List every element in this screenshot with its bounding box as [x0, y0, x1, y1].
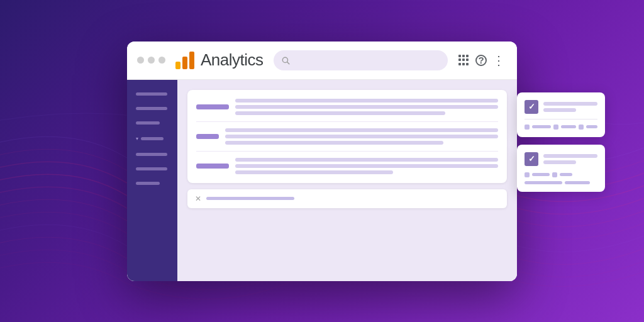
search-bar[interactable] [274, 50, 448, 70]
grid-dot [462, 55, 465, 57]
search-icon [281, 56, 290, 65]
sidebar-item-4[interactable]: ▾ [136, 136, 169, 142]
ga-bar-large [189, 52, 194, 69]
floating-dot [525, 125, 530, 130]
content-row-2 [196, 128, 498, 145]
browser-content: ▾ [127, 80, 517, 281]
ga-logo-icon [175, 52, 194, 69]
floating-card-second-row-3 [525, 181, 597, 184]
checkmark-icon-1: ✓ [525, 100, 538, 114]
grid-dot [458, 58, 461, 61]
content-line [235, 105, 498, 109]
floating-lines-1 [543, 102, 597, 112]
floating-card-1-header: ✓ [525, 100, 597, 114]
content-line [235, 99, 498, 103]
main-content: ✕ ✓ [177, 80, 517, 281]
more-options-icon[interactable]: ⋮ [493, 55, 504, 66]
content-lines-1 [235, 99, 498, 115]
sidebar-item-6[interactable] [136, 167, 169, 170]
content-line [225, 141, 443, 145]
floating-sm-line [560, 173, 572, 176]
content-card [187, 90, 507, 183]
content-line [235, 158, 498, 162]
checkmark-icon-2: ✓ [525, 152, 538, 166]
grid-dot [462, 58, 465, 61]
sidebar-line [136, 121, 160, 125]
sidebar-line [136, 153, 167, 156]
sidebar-item-1[interactable] [136, 92, 169, 96]
divider [196, 121, 498, 122]
floating-line [543, 160, 576, 164]
floating-card-1: ✓ [517, 92, 605, 137]
analytics-logo: Analytics [175, 50, 264, 70]
sidebar-item-7[interactable] [136, 182, 169, 185]
floating-card-divider [525, 119, 597, 119]
content-line [225, 128, 498, 132]
sidebar-line [136, 167, 167, 170]
content-line [225, 135, 498, 138]
content-line [235, 170, 393, 174]
divider [196, 151, 498, 152]
window-dot-close [137, 57, 144, 64]
floating-lines-2 [543, 154, 597, 164]
floating-dot [579, 125, 584, 130]
window-dot-minimize [148, 57, 155, 64]
floating-cards: ✓ [517, 92, 605, 192]
window-dot-maximize [158, 57, 165, 64]
window-controls [137, 57, 165, 64]
floating-sm-line [532, 173, 550, 176]
grid-dot [458, 63, 461, 65]
content-label-3 [196, 164, 229, 169]
sidebar-item-2[interactable] [136, 107, 169, 110]
floating-line [543, 102, 597, 106]
floating-card-2-header: ✓ [525, 152, 597, 166]
help-icon[interactable]: ? [475, 55, 487, 66]
app-title: Analytics [201, 50, 264, 70]
floating-sm-line [532, 125, 551, 128]
content-row-1 [196, 99, 498, 115]
floating-sm-line [525, 181, 562, 184]
content-label-2 [196, 134, 219, 139]
content-lines-3 [235, 158, 498, 174]
grid-dot [458, 55, 461, 57]
grid-dot [466, 63, 469, 65]
floating-sm-line [565, 181, 590, 184]
sidebar-item-5[interactable] [136, 153, 169, 156]
floating-line [543, 108, 576, 112]
grid-dot [462, 63, 465, 65]
floating-dot [553, 125, 558, 130]
sidebar-item-3[interactable] [136, 121, 169, 125]
content-lines-2 [225, 128, 498, 145]
floating-dot [525, 172, 530, 177]
topbar-icons: ? ⋮ [458, 55, 504, 66]
sidebar-line [141, 137, 164, 140]
search-input-placeholder [206, 197, 294, 200]
grid-dot [466, 58, 469, 61]
floating-line [543, 154, 597, 158]
sidebar-line [136, 182, 160, 185]
floating-sm-line [561, 125, 576, 128]
sidebar-dropdown: ▾ [136, 136, 169, 142]
floating-sm-line [586, 125, 597, 128]
close-icon: ✕ [195, 194, 201, 203]
content-line [235, 164, 498, 168]
bottom-search-bar[interactable]: ✕ [187, 189, 507, 208]
floating-card-2: ✓ [517, 145, 605, 192]
sidebar-line [136, 107, 167, 110]
ga-bar-medium [182, 57, 187, 69]
floating-dot [552, 172, 557, 177]
content-line [235, 111, 445, 115]
grid-dot [466, 55, 469, 57]
sidebar-line [136, 92, 167, 96]
browser-topbar: Analytics ? ⋮ [127, 42, 517, 80]
content-label-1 [196, 104, 229, 109]
ga-bar-small [175, 62, 180, 69]
browser-window: Analytics ? ⋮ [127, 42, 517, 281]
grid-icon[interactable] [458, 55, 469, 66]
floating-card-second-row-2 [525, 172, 597, 177]
svg-line-1 [287, 62, 289, 64]
sidebar: ▾ [127, 80, 177, 281]
content-row-3 [196, 158, 498, 174]
chevron-down-icon: ▾ [136, 136, 138, 142]
floating-card-second-row [525, 125, 597, 130]
